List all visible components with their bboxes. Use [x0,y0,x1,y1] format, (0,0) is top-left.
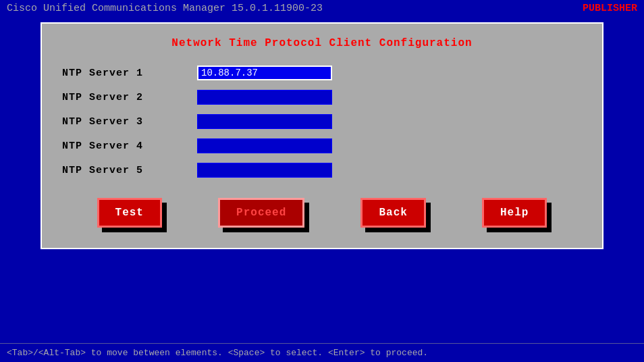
ntp-server-label-1: NTP Server 1 [62,68,197,79]
back-button-wrapper: Back [360,198,425,228]
ntp-server-input-5[interactable] [197,163,332,178]
proceed-button-wrapper: Proceed [218,198,304,228]
panel-title: Network Time Protocol Client Configurati… [62,37,582,49]
ntp-row: NTP Server 5 [62,163,582,178]
buttons-area: TestProceedBackHelp [62,198,582,228]
help-button-wrapper: Help [482,198,547,228]
app-title: Cisco Unified Communications Manager 15.… [7,3,323,14]
ntp-server-input-3[interactable] [197,114,332,129]
test-button[interactable]: Test [97,198,162,228]
help-button[interactable]: Help [482,198,547,228]
ntp-server-label-4: NTP Server 4 [62,140,197,152]
ntp-server-input-4[interactable] [197,138,332,153]
publisher-badge: PUBLISHER [583,3,637,14]
ntp-server-input-1[interactable] [197,66,332,80]
status-text: <Tab>/<Alt-Tab> to move between elements… [7,348,428,358]
ntp-row: NTP Server 2 [62,90,582,105]
proceed-button[interactable]: Proceed [218,198,304,228]
ntp-server-label-5: NTP Server 5 [62,165,197,176]
ntp-row: NTP Server 1 [62,66,582,80]
ntp-server-label-3: NTP Server 3 [62,116,197,128]
ntp-row: NTP Server 4 [62,138,582,153]
top-bar: Cisco Unified Communications Manager 15.… [0,0,644,17]
test-button-wrapper: Test [97,198,162,228]
ntp-rows: NTP Server 1NTP Server 2NTP Server 3NTP … [62,66,582,178]
status-bar: <Tab>/<Alt-Tab> to move between elements… [0,343,644,362]
back-button[interactable]: Back [360,198,425,228]
main-panel: Network Time Protocol Client Configurati… [41,22,603,249]
ntp-row: NTP Server 3 [62,114,582,129]
ntp-server-label-2: NTP Server 2 [62,92,197,103]
ntp-server-input-2[interactable] [197,90,332,105]
